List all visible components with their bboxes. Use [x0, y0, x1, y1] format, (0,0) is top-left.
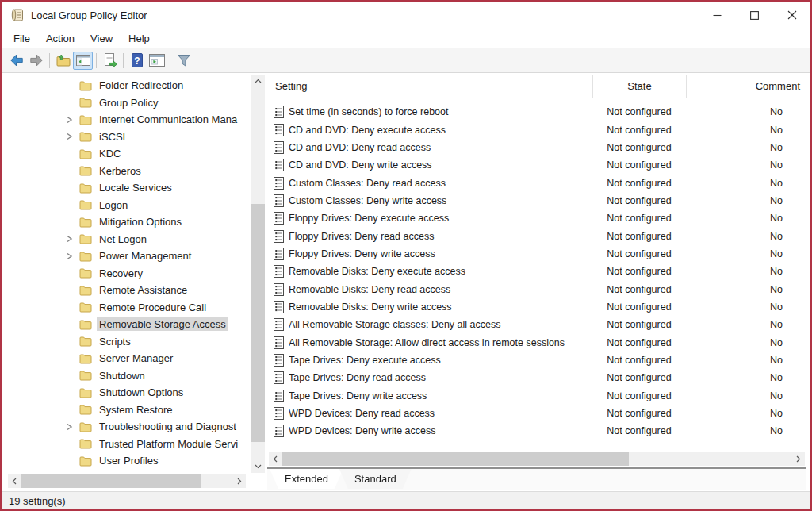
tree-item-power-management[interactable]: Power Management: [6, 248, 251, 265]
minimize-button[interactable]: [699, 2, 736, 29]
tab-extended[interactable]: Extended: [270, 469, 343, 489]
chevron-right-icon[interactable]: [65, 131, 79, 142]
setting-name: All Removable Storage: Allow direct acce…: [289, 337, 592, 348]
setting-row-removable-disks-deny-read-access[interactable]: Removable Disks: Deny read accessNot con…: [267, 280, 806, 298]
tree-item-mitigation-options[interactable]: Mitigation Options: [6, 213, 251, 231]
column-header-state[interactable]: State: [592, 75, 686, 98]
chevron-spacer: [65, 455, 79, 467]
chevron-spacer: [65, 285, 79, 296]
menu-view[interactable]: View: [82, 30, 121, 47]
setting-row-custom-classes-deny-read-access[interactable]: Custom Classes: Deny read accessNot conf…: [267, 174, 806, 191]
setting-row-floppy-drives-deny-read-access[interactable]: Floppy Drives: Deny read accessNot confi…: [267, 227, 806, 244]
setting-row-all-removable-storage-classes-deny-all-access[interactable]: All Removable Storage classes: Deny all …: [267, 316, 806, 333]
close-button[interactable]: [773, 2, 810, 29]
scroll-right-icon[interactable]: [233, 474, 246, 488]
list-horizontal-scrollbar[interactable]: [269, 452, 805, 466]
setting-row-set-time-in-seconds-to-force-reboot[interactable]: Set time (in seconds) to force rebootNot…: [267, 103, 806, 121]
show-action-pane-icon[interactable]: [147, 51, 167, 71]
scroll-down-icon[interactable]: [251, 460, 265, 473]
tree-item-kerberos[interactable]: Kerberos: [6, 163, 251, 180]
setting-comment: No: [686, 159, 806, 171]
tree-hscroll-thumb[interactable]: [21, 474, 201, 488]
setting-row-custom-classes-deny-write-access[interactable]: Custom Classes: Deny write accessNot con…: [267, 192, 806, 209]
tree-item-locale-services[interactable]: Locale Services: [6, 179, 251, 197]
tree-item-iscsi[interactable]: iSCSI: [6, 129, 251, 146]
policy-setting-icon: [274, 177, 284, 190]
tree-item-scripts[interactable]: Scripts: [6, 333, 251, 351]
back-icon[interactable]: [6, 51, 26, 71]
up-one-level-icon[interactable]: [53, 51, 73, 71]
tree-item-shutdown[interactable]: Shutdown: [6, 367, 251, 385]
policy-setting-icon: [274, 248, 284, 260]
scroll-left-icon[interactable]: [269, 452, 282, 466]
tree-item-group-policy[interactable]: Group Policy: [6, 94, 251, 112]
tree-item-net-logon[interactable]: Net Logon: [6, 231, 251, 248]
tab-standard[interactable]: Standard: [339, 469, 412, 489]
setting-row-tape-drives-deny-write-access[interactable]: Tape Drives: Deny write accessNot config…: [267, 387, 806, 405]
menu-file[interactable]: File: [6, 30, 38, 47]
tree-item-shutdown-options[interactable]: Shutdown Options: [6, 384, 251, 402]
tree-item-server-manager[interactable]: Server Manager: [6, 350, 251, 367]
column-header-setting[interactable]: Setting: [267, 75, 592, 98]
policy-setting-icon: [274, 407, 284, 420]
policy-setting-icon: [274, 230, 284, 243]
list-hscroll-thumb[interactable]: [282, 452, 629, 466]
forward-icon[interactable]: [26, 51, 46, 71]
setting-row-floppy-drives-deny-execute-access[interactable]: Floppy Drives: Deny execute accessNot co…: [267, 209, 806, 227]
tree-item-windows-file-protection[interactable]: Windows File Protection: [6, 470, 251, 473]
export-list-icon[interactable]: [100, 51, 120, 71]
tree-item-label: Power Management: [97, 249, 193, 263]
tree-item-user-profiles[interactable]: User Profiles: [6, 452, 251, 470]
tree-item-remote-procedure-call[interactable]: Remote Procedure Call: [6, 299, 251, 317]
filter-icon[interactable]: [174, 51, 193, 71]
tree-item-folder-redirection[interactable]: Folder Redirection: [6, 77, 251, 94]
setting-row-wpd-devices-deny-read-access[interactable]: WPD Devices: Deny read accessNot configu…: [267, 405, 806, 422]
setting-row-cd-and-dvd-deny-read-access[interactable]: CD and DVD: Deny read accessNot configur…: [267, 139, 806, 156]
column-header-comment[interactable]: Comment: [686, 75, 806, 98]
menu-action[interactable]: Action: [38, 30, 82, 47]
scroll-up-icon[interactable]: [251, 75, 265, 87]
tree-vscroll-thumb[interactable]: [251, 204, 265, 442]
tree-item-system-restore[interactable]: System Restore: [6, 402, 251, 419]
setting-row-cd-and-dvd-deny-execute-access[interactable]: CD and DVD: Deny execute accessNot confi…: [267, 121, 806, 138]
folder-icon: [79, 165, 92, 176]
setting-row-tape-drives-deny-execute-access[interactable]: Tape Drives: Deny execute accessNot conf…: [267, 352, 806, 369]
tree-item-internet-communication-mana[interactable]: Internet Communication Mana: [6, 111, 251, 129]
setting-comment: No: [686, 125, 806, 136]
tree-horizontal-scrollbar[interactable]: [8, 474, 246, 488]
tree-item-remote-assistance[interactable]: Remote Assistance: [6, 282, 251, 299]
setting-name: Floppy Drives: Deny execute access: [289, 213, 592, 224]
list-header: Setting State Comment: [267, 75, 806, 98]
setting-row-all-removable-storage-allow-direct-access-in-remote-sessions[interactable]: All Removable Storage: Allow direct acce…: [267, 333, 806, 351]
chevron-right-icon[interactable]: [65, 251, 79, 262]
menu-help[interactable]: Help: [121, 30, 158, 47]
maximize-button[interactable]: [736, 2, 773, 29]
setting-state: Not configured: [592, 337, 686, 348]
help-icon[interactable]: ?: [127, 51, 147, 71]
tree-item-recovery[interactable]: Recovery: [6, 265, 251, 282]
setting-row-wpd-devices-deny-write-access[interactable]: WPD Devices: Deny write accessNot config…: [267, 422, 806, 440]
tree-item-removable-storage-access[interactable]: Removable Storage Access: [6, 316, 251, 333]
settings-panel: Setting State Comment Set time (in secon…: [267, 75, 806, 490]
chevron-right-icon[interactable]: [65, 114, 79, 125]
policy-setting-icon: [274, 106, 284, 118]
show-console-tree-icon[interactable]: [73, 52, 93, 70]
folder-icon: [79, 421, 92, 432]
tree-item-kdc[interactable]: KDC: [6, 145, 251, 163]
scroll-right-icon[interactable]: [792, 452, 805, 466]
tree-item-label: Removable Storage Access: [97, 317, 228, 331]
tree-item-trusted-platform-module-servi[interactable]: Trusted Platform Module Servi: [6, 436, 251, 453]
chevron-right-icon[interactable]: [65, 421, 79, 432]
setting-row-tape-drives-deny-read-access[interactable]: Tape Drives: Deny read accessNot configu…: [267, 369, 806, 386]
tree-item-logon[interactable]: Logon: [6, 197, 251, 214]
chevron-right-icon[interactable]: [65, 233, 79, 244]
setting-row-removable-disks-deny-write-access[interactable]: Removable Disks: Deny write accessNot co…: [267, 298, 806, 316]
console-tree-panel: Folder RedirectionGroup PolicyInternet C…: [6, 75, 265, 490]
local-group-policy-editor-window: Local Group Policy Editor FileActionView…: [0, 0, 812, 511]
setting-row-removable-disks-deny-execute-access[interactable]: Removable Disks: Deny execute accessNot …: [267, 263, 806, 280]
tree-item-troubleshooting-and-diagnost[interactable]: Troubleshooting and Diagnost: [6, 418, 251, 436]
setting-row-cd-and-dvd-deny-write-access[interactable]: CD and DVD: Deny write accessNot configu…: [267, 156, 806, 174]
tree-vertical-scrollbar[interactable]: [251, 75, 265, 473]
setting-row-floppy-drives-deny-write-access[interactable]: Floppy Drives: Deny write accessNot conf…: [267, 245, 806, 263]
scroll-left-icon[interactable]: [8, 474, 21, 488]
